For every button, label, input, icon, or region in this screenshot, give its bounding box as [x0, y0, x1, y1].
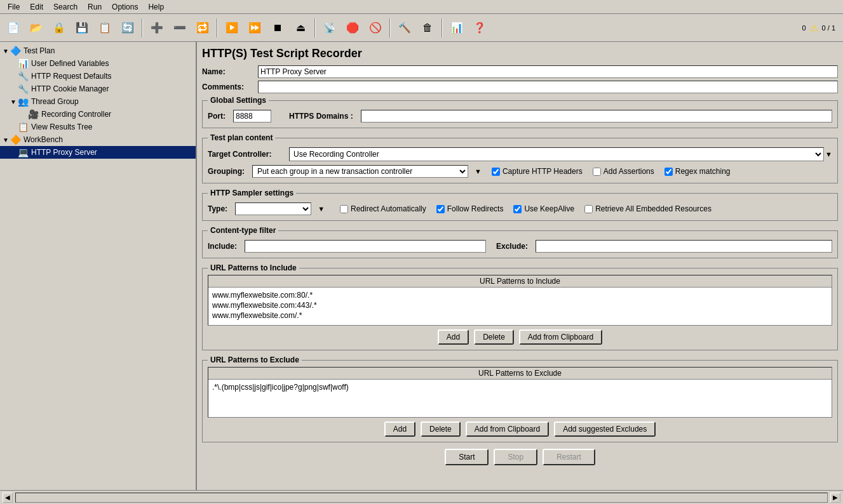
grouping-dropdown-arrow[interactable]: ▼: [475, 168, 482, 175]
use-keepalive-label[interactable]: Use KeepAlive: [513, 204, 574, 213]
url-exclude-add-button[interactable]: Add: [384, 421, 415, 437]
separator-1: [142, 18, 143, 37]
help-toolbar-button[interactable]: ❓: [469, 17, 490, 39]
target-dropdown-arrow[interactable]: ▼: [825, 150, 832, 158]
http-proxy-icon: 💻: [18, 147, 29, 157]
sidebar-item-workbench[interactable]: ▼ 🔶 WorkBench: [0, 133, 196, 146]
regex-matching-text: Regex matching: [675, 167, 731, 176]
revert-button[interactable]: 🔄: [117, 17, 138, 39]
sidebar-item-user-defined[interactable]: 📊 User Defined Variables: [0, 57, 196, 70]
scroll-left-button[interactable]: ◀: [3, 493, 13, 503]
menu-search[interactable]: Search: [48, 1, 83, 13]
new-button[interactable]: 📄: [3, 17, 24, 39]
url-exclude-suggested-button[interactable]: Add suggested Excludes: [554, 421, 656, 437]
url-exclude-clipboard-button[interactable]: Add from Clipboard: [466, 421, 549, 437]
add-assertions-checkbox[interactable]: [593, 168, 601, 176]
sidebar-item-thread-group[interactable]: ▼ 👥 Thread Group: [0, 95, 196, 108]
https-input[interactable]: [361, 110, 832, 123]
menu-run[interactable]: Run: [83, 1, 107, 13]
url-include-buttons: Add Delete Add from Clipboard: [208, 329, 832, 345]
start-action-button[interactable]: Start: [445, 449, 489, 465]
url-exclude-buttons: Add Delete Add from Clipboard Add sugges…: [208, 421, 832, 437]
retrieve-embedded-checkbox[interactable]: [584, 205, 593, 213]
url-include-delete-button[interactable]: Delete: [474, 329, 514, 345]
url-include-clipboard-button[interactable]: Add from Clipboard: [519, 329, 602, 345]
horizontal-scrollbar[interactable]: [15, 493, 828, 503]
sidebar-item-cookie-manager[interactable]: 🔧 HTTP Cookie Manager: [0, 83, 196, 95]
sidebar-label-test-plan: Test Plan: [24, 46, 55, 55]
remote-exit-button[interactable]: 🚫: [365, 17, 386, 39]
sidebar-item-http-proxy[interactable]: 💻 HTTP Proxy Server: [0, 146, 196, 159]
menu-help[interactable]: Help: [143, 1, 169, 13]
redirect-auto-label[interactable]: Redirect Automatically: [340, 204, 426, 213]
use-keepalive-checkbox[interactable]: [513, 205, 522, 213]
retrieve-embedded-text: Retrieve All Embedded Resources: [595, 204, 711, 213]
workbench-icon: 🔶: [10, 135, 22, 145]
url-include-fieldset: URL Patterns to Include URL Patterns to …: [202, 263, 838, 350]
capture-http-checkbox[interactable]: [492, 168, 500, 176]
url-exclude-listbox[interactable]: URL Patterns to Exclude .*\.(bmp|css|js|…: [208, 367, 832, 418]
clear-button[interactable]: 🗑: [417, 17, 438, 39]
add-assertions-label[interactable]: Add Assertions: [593, 167, 654, 176]
grouping-row: Grouping: Put each group in a new transa…: [208, 165, 832, 178]
start-button[interactable]: ▶️: [221, 17, 243, 39]
scroll-right-button[interactable]: ▶: [830, 493, 840, 503]
close-button[interactable]: 🔒: [48, 17, 70, 39]
comments-input[interactable]: [258, 81, 838, 93]
url-include-add-button[interactable]: Add: [438, 329, 469, 345]
sidebar-item-recording-controller[interactable]: 🎥 Recording Controller: [0, 108, 196, 121]
save-button[interactable]: 💾: [71, 17, 93, 39]
menu-file[interactable]: File: [3, 1, 25, 13]
regex-matching-label[interactable]: Regex matching: [664, 167, 731, 176]
stop-toolbar-button[interactable]: ⏹: [267, 17, 288, 39]
include-label: Include:: [208, 242, 237, 251]
add-button[interactable]: ➕: [146, 17, 168, 39]
port-label: Port:: [208, 112, 226, 121]
http-defaults-icon: 🔧: [18, 71, 29, 81]
sidebar-label-workbench: WorkBench: [24, 135, 63, 144]
copy-button[interactable]: 🔁: [192, 17, 213, 39]
follow-redirects-checkbox[interactable]: [436, 205, 445, 213]
include-input[interactable]: [245, 240, 486, 253]
target-select[interactable]: Use Recording Controller: [289, 147, 824, 161]
type-select[interactable]: [235, 202, 311, 215]
url-exclude-fieldset: URL Patterns to Exclude URL Patterns to …: [202, 355, 838, 442]
test-plan-content-legend: Test plan content: [208, 133, 275, 142]
menu-options[interactable]: Options: [107, 1, 143, 13]
sidebar-item-view-results[interactable]: 📋 View Results Tree: [0, 121, 196, 133]
start-no-pause-button[interactable]: ⏩: [244, 17, 266, 39]
restart-action-button[interactable]: Restart: [543, 449, 595, 465]
exclude-input[interactable]: [536, 240, 832, 253]
menu-edit[interactable]: Edit: [25, 1, 48, 13]
name-input[interactable]: [258, 65, 838, 78]
comments-label: Comments:: [202, 83, 253, 91]
redirect-auto-checkbox[interactable]: [340, 205, 348, 213]
regex-matching-checkbox[interactable]: [664, 168, 673, 176]
url-include-listbox[interactable]: URL Patterns to Include www.myflexwebsit…: [208, 275, 832, 326]
stop-action-button[interactable]: Stop: [494, 449, 537, 465]
test-plan-icon: 🔷: [10, 46, 22, 56]
shutdown-button[interactable]: ⏏: [290, 17, 311, 39]
type-label: Type:: [208, 204, 227, 213]
open-button[interactable]: 📂: [25, 17, 47, 39]
log-viewer-button[interactable]: 📊: [446, 17, 468, 39]
save-as-button[interactable]: 📋: [94, 17, 116, 39]
function-helper-button[interactable]: 🔨: [394, 17, 415, 39]
content-area: HTTP(S) Test Script Recorder Name: Comme…: [197, 42, 843, 490]
http-sampler-fieldset: HTTP Sampler settings Type: ▼ Redirect A…: [202, 189, 838, 221]
remove-button[interactable]: ➖: [169, 17, 191, 39]
url-exclude-delete-button[interactable]: Delete: [421, 421, 461, 437]
retrieve-embedded-label[interactable]: Retrieve All Embedded Resources: [584, 204, 711, 213]
remote-start-button[interactable]: 📡: [319, 17, 341, 39]
sidebar-label-http-proxy: HTTP Proxy Server: [31, 148, 97, 157]
port-input[interactable]: [233, 110, 271, 123]
remote-stop-button[interactable]: 🛑: [342, 17, 363, 39]
url-include-header: URL Patterns to Include: [208, 275, 832, 288]
follow-redirects-label[interactable]: Follow Redirects: [436, 204, 504, 213]
grouping-select[interactable]: Put each group in a new transaction cont…: [252, 165, 468, 178]
sidebar-item-http-defaults[interactable]: 🔧 HTTP Request Defaults: [0, 70, 196, 83]
view-results-icon: 📋: [18, 122, 29, 132]
capture-http-label[interactable]: Capture HTTP Headers: [492, 167, 583, 176]
sidebar-item-test-plan[interactable]: ▼ 🔷 Test Plan: [0, 44, 196, 57]
type-dropdown-arrow[interactable]: ▼: [318, 205, 325, 213]
